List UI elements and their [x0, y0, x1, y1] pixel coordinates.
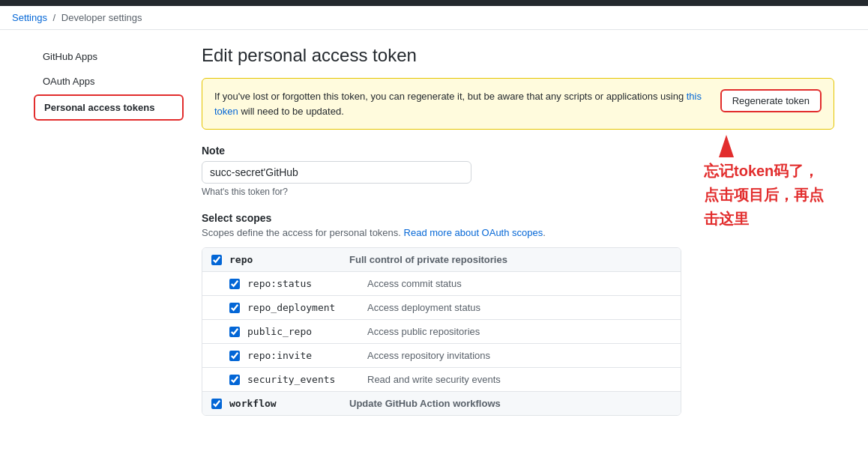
breadcrumb: Settings / Developer settings [0, 6, 868, 30]
scope-row-workflow: workflow Update GitHub Action workflows [202, 392, 681, 415]
scopes-desc-suffix: . [543, 227, 546, 238]
alert-box: If you've lost or forgotten this token, … [202, 78, 834, 130]
breadcrumb-settings-link[interactable]: Settings [12, 12, 47, 23]
note-label: Note [202, 145, 834, 157]
scope-name-security-events: security_events [247, 374, 367, 385]
sidebar-item-personal-access-tokens[interactable]: Personal access tokens [34, 94, 184, 121]
top-bar [0, 0, 868, 6]
sidebar-item-oauth-apps[interactable]: OAuth Apps [34, 70, 184, 93]
alert-text-part2: will need to be updated. [238, 106, 344, 117]
regenerate-token-button[interactable]: Regenerate token [720, 89, 822, 112]
scope-name-public-repo: public_repo [247, 326, 367, 337]
main-layout: GitHub Apps OAuth Apps Personal access t… [22, 30, 846, 431]
scopes-desc-text: Scopes define the access for personal to… [202, 227, 404, 238]
scope-checkbox-security-events[interactable] [229, 375, 240, 385]
note-help: What's this token for? [202, 187, 834, 197]
page-title: Edit personal access token [202, 45, 834, 66]
breadcrumb-developer: Developer settings [61, 12, 142, 23]
content-area: Edit personal access token If you've los… [202, 45, 834, 416]
scope-checkbox-workflow[interactable] [211, 399, 222, 409]
breadcrumb-separator: / [53, 12, 56, 23]
scope-desc-repo-invite: Access repository invitations [367, 350, 672, 361]
scopes-read-more-link[interactable]: Read more about OAuth scopes [404, 227, 543, 238]
scope-row-repo: repo Full control of private repositorie… [202, 248, 681, 272]
scope-checkbox-repo[interactable] [211, 255, 222, 265]
scope-row-repo-deployment: repo_deployment Access deployment status [202, 296, 681, 320]
scope-checkbox-repo-status[interactable] [229, 279, 240, 289]
scope-desc-workflow: Update GitHub Action workflows [349, 398, 672, 409]
scopes-table: repo Full control of private repositorie… [202, 247, 681, 416]
scope-desc-repo-status: Access commit status [367, 278, 672, 289]
scope-name-repo-deployment: repo_deployment [247, 302, 367, 313]
sidebar-item-github-apps[interactable]: GitHub Apps [34, 45, 184, 68]
scope-name-repo-status: repo:status [247, 278, 367, 289]
scope-name-repo-invite: repo:invite [247, 350, 367, 361]
scope-checkbox-public-repo[interactable] [229, 327, 240, 337]
alert-text: If you've lost or forgotten this token, … [214, 89, 708, 118]
scope-row-security-events: security_events Read and write security … [202, 368, 681, 392]
scope-row-repo-status: repo:status Access commit status [202, 272, 681, 296]
scopes-section: Select scopes Scopes define the access f… [202, 212, 834, 416]
scope-checkbox-repo-deployment[interactable] [229, 303, 240, 313]
sidebar: GitHub Apps OAuth Apps Personal access t… [34, 45, 184, 416]
scope-desc-repo-deployment: Access deployment status [367, 302, 672, 313]
scopes-desc: Scopes define the access for personal to… [202, 227, 834, 238]
scope-desc-repo: Full control of private repositories [349, 254, 672, 265]
scope-name-workflow: workflow [229, 398, 349, 409]
scope-desc-public-repo: Access public repositories [367, 326, 672, 337]
scope-checkbox-repo-invite[interactable] [229, 351, 240, 361]
scope-row-public-repo: public_repo Access public repositories [202, 320, 681, 344]
alert-text-part1: If you've lost or forgotten this token, … [214, 91, 687, 102]
note-input[interactable] [202, 161, 471, 184]
scopes-title: Select scopes [202, 212, 834, 224]
scope-name-repo: repo [229, 254, 349, 265]
scope-row-repo-invite: repo:invite Access repository invitation… [202, 344, 681, 368]
scope-desc-security-events: Read and write security events [367, 374, 672, 385]
note-form-group: Note What's this token for? [202, 145, 834, 197]
